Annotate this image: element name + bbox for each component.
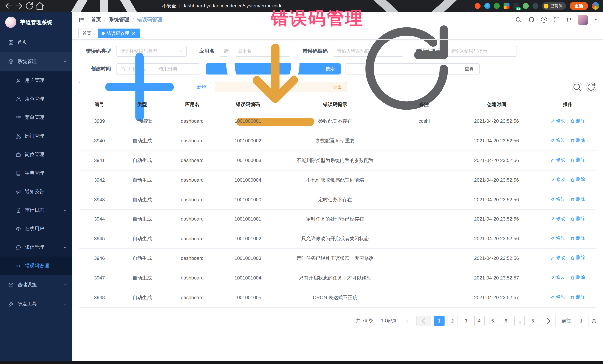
edit-icon	[550, 158, 555, 162]
divider: |	[179, 3, 180, 9]
page-button-6[interactable]: 6	[501, 316, 511, 326]
delete-button[interactable]: 删除	[570, 196, 585, 203]
page-size-select[interactable]: 10条/页	[378, 316, 413, 326]
fullscreen-icon[interactable]	[553, 16, 560, 23]
close-tab-icon[interactable]	[131, 31, 136, 36]
extension-icon[interactable]	[533, 3, 538, 9]
cell-code: 1001001000	[220, 190, 276, 210]
delete-button[interactable]: 删除	[570, 294, 585, 301]
more-pages-button[interactable]: ...	[514, 316, 524, 326]
sidebar-item-label: 在线用户	[25, 225, 67, 232]
delete-button[interactable]: 删除	[570, 235, 585, 242]
extension-icon[interactable]	[494, 3, 500, 9]
forward-button[interactable]	[14, 1, 24, 11]
github-icon[interactable]	[528, 16, 534, 23]
delete-button[interactable]: 删除	[570, 254, 585, 262]
page-button-1[interactable]: 1	[434, 316, 444, 326]
chevron-down-icon[interactable]	[594, 19, 597, 22]
edit-button[interactable]: 修改	[550, 117, 565, 124]
font-size-icon[interactable]: TT	[566, 17, 571, 22]
edit-button[interactable]: 修改	[550, 137, 565, 144]
app-logo[interactable]: 芋道管理系统	[0, 12, 72, 33]
back-button[interactable]	[4, 1, 13, 11]
screen: 不安全 | dashboard.yudao.iocoder.cn/system/…	[0, 0, 603, 364]
user-avatar[interactable]	[578, 15, 588, 25]
delete-button[interactable]: 删除	[570, 137, 585, 144]
page-button-5[interactable]: 5	[487, 316, 498, 326]
edit-button[interactable]: 修改	[550, 196, 565, 203]
edit-button[interactable]: 修改	[550, 215, 565, 222]
home-button[interactable]	[35, 1, 45, 11]
page-button-8[interactable]: 8	[527, 316, 538, 326]
table-row: 3946自动生成dashboard1001001003定时任务已经处于该状态，无…	[79, 249, 596, 268]
trash-icon	[570, 177, 575, 182]
cell-app: dashboard	[164, 288, 220, 308]
page-button-4[interactable]: 4	[474, 316, 485, 326]
sidebar-item-6[interactable]: 岗位管理	[0, 145, 72, 164]
page-button-2[interactable]: 2	[447, 316, 458, 326]
cell-type: 自动生成	[120, 210, 164, 229]
sidebar-item-1[interactable]: 系统管理	[0, 52, 72, 71]
extension-icon[interactable]	[504, 3, 510, 9]
sidebar-item-4[interactable]: 菜单管理	[0, 108, 72, 127]
edit-button[interactable]: 修改	[550, 254, 565, 262]
delete-button[interactable]: 删除	[570, 117, 585, 124]
cell-message: 定时任务的处理器已经存在	[276, 210, 394, 229]
page-button-3[interactable]: 3	[461, 316, 471, 326]
header-actions: ? TT	[515, 15, 597, 25]
update-button[interactable]: 更新	[570, 2, 588, 10]
delete-button[interactable]: 删除	[570, 156, 585, 164]
tab-error-code[interactable]: 错误码管理	[98, 29, 140, 38]
extension-icon[interactable]	[523, 3, 529, 9]
sidebar-item-0[interactable]: 首页	[0, 33, 72, 52]
sidebar-item-7[interactable]: 字典管理	[0, 164, 72, 182]
edit-button[interactable]: 修改	[550, 274, 565, 281]
browser-profile-avatar[interactable]	[592, 2, 599, 10]
tab-paused-badge[interactable]: 已暂停	[542, 2, 566, 10]
sidebar-item-13[interactable]: 基础设施	[0, 275, 72, 294]
cell-remark	[394, 249, 454, 268]
delete-button[interactable]: 删除	[570, 215, 585, 222]
sidebar-item-11[interactable]: 短信管理	[0, 238, 72, 256]
edit-icon	[550, 177, 555, 182]
extension-icon[interactable]: on	[513, 3, 519, 9]
edit-button[interactable]: 修改	[550, 176, 565, 183]
sidebar-item-2[interactable]: 用户管理	[0, 71, 72, 90]
sidebar-item-3[interactable]: 角色管理	[0, 90, 72, 108]
cell-app: dashboard	[164, 170, 220, 190]
goto-page-input[interactable]	[574, 316, 589, 326]
edit-button[interactable]: 修改	[550, 156, 565, 164]
cell-code: 1001001004	[220, 268, 276, 288]
cell-actions: 修改删除	[539, 190, 596, 210]
sidebar-item-8[interactable]: 通知公告	[0, 182, 72, 201]
reload-button[interactable]	[24, 1, 34, 11]
hamburger-icon[interactable]	[78, 16, 85, 23]
export-button[interactable]: 导出	[215, 82, 347, 92]
delete-button[interactable]: 删除	[570, 274, 585, 281]
cell-id: 3945	[79, 229, 120, 249]
next-page-button[interactable]	[541, 316, 556, 326]
sidebar-item-10[interactable]: 在线用户	[0, 220, 72, 238]
sidebar-item-14[interactable]: 研发工具	[0, 294, 72, 314]
breadcrumb-home[interactable]: 首页	[91, 16, 101, 23]
sidebar-item-9[interactable]: 审计日志	[0, 201, 72, 220]
breadcrumb-system[interactable]: 系统管理	[109, 16, 129, 23]
reset-button[interactable]: 重置	[345, 63, 480, 75]
sidebar-item-12[interactable]: 错误码管理	[0, 256, 72, 275]
edit-button[interactable]: 修改	[550, 235, 565, 242]
prev-page-button[interactable]	[416, 316, 431, 326]
tab-home[interactable]: 首页	[78, 29, 95, 38]
extension-icon[interactable]	[484, 3, 490, 9]
toggle-search-button[interactable]	[572, 82, 582, 92]
cell-actions: 修改删除	[539, 288, 596, 308]
sidebar-item-5[interactable]: 部门管理	[0, 127, 72, 145]
help-icon[interactable]: ?	[541, 17, 547, 22]
cell-code: 1001000004	[220, 170, 276, 190]
table-row: 3947自动生成dashboard1001001004只有开启状态的任务，才可以…	[79, 268, 596, 288]
search-icon[interactable]	[515, 16, 522, 23]
extension-icon[interactable]	[475, 3, 481, 9]
edit-button[interactable]: 修改	[550, 294, 565, 301]
add-button[interactable]: 新增	[79, 82, 211, 92]
delete-button[interactable]: 删除	[570, 176, 585, 183]
refresh-table-button[interactable]	[586, 82, 596, 92]
